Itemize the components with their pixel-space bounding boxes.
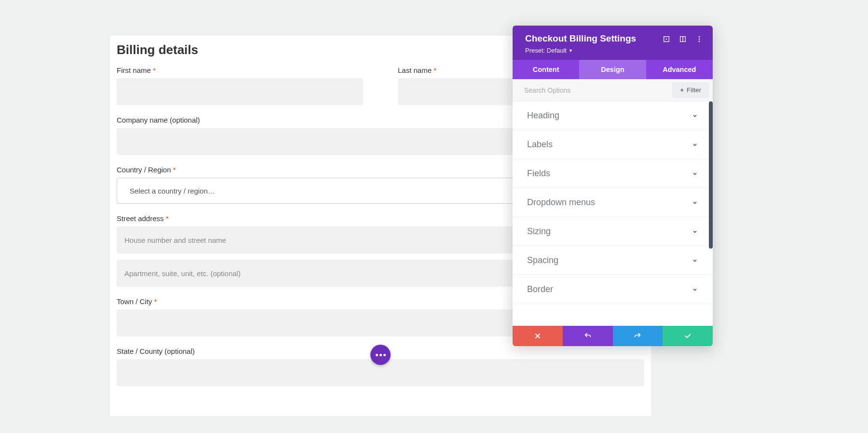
street-label-text: Street address xyxy=(117,214,164,223)
expand-icon[interactable] xyxy=(663,35,670,43)
svg-point-5 xyxy=(699,39,700,40)
svg-point-4 xyxy=(699,36,700,38)
panel-header: Checkout Billing Settings Preset: Defaul… xyxy=(513,26,713,60)
preset-dropdown[interactable]: Preset: Default ▼ xyxy=(525,47,636,54)
panel-title: Checkout Billing Settings xyxy=(525,33,636,44)
panel-tabs: Content Design Advanced xyxy=(513,60,713,79)
save-button[interactable] xyxy=(663,326,713,346)
accordion-label: Heading xyxy=(527,111,559,121)
required-marker: * xyxy=(166,214,169,223)
filter-button[interactable]: + Filter xyxy=(672,82,709,98)
chevron-down-icon xyxy=(692,257,698,264)
caret-down-icon: ▼ xyxy=(569,48,573,53)
chevron-down-icon xyxy=(692,141,698,148)
required-marker: * xyxy=(434,66,436,74)
accordion-label: Fields xyxy=(527,168,550,179)
panel-body: Heading Labels Fields Dropdown menus Siz… xyxy=(513,101,713,326)
chevron-down-icon xyxy=(692,199,698,206)
accordion-label: Border xyxy=(527,284,553,294)
city-label-text: Town / City xyxy=(117,297,152,306)
settings-panel: Checkout Billing Settings Preset: Defaul… xyxy=(513,26,713,346)
panel-header-icons xyxy=(663,35,703,43)
more-icon[interactable] xyxy=(695,35,703,43)
panel-title-block: Checkout Billing Settings Preset: Defaul… xyxy=(525,33,636,54)
required-marker: * xyxy=(153,66,156,74)
accordion-label: Labels xyxy=(527,140,553,150)
first-name-label: First name * xyxy=(117,66,363,74)
chevron-down-icon xyxy=(692,112,698,119)
first-name-field: First name * xyxy=(117,66,363,105)
panel-search-row: + Filter xyxy=(513,79,713,101)
chevron-down-icon xyxy=(692,170,698,177)
tab-design[interactable]: Design xyxy=(579,60,646,79)
responsive-icon[interactable] xyxy=(679,35,687,43)
country-label-text: Country / Region xyxy=(117,166,171,174)
panel-footer xyxy=(513,326,713,346)
country-select-placeholder: Select a country / region… xyxy=(130,187,215,195)
accordion-heading[interactable]: Heading xyxy=(513,101,713,130)
chevron-down-icon xyxy=(692,286,698,293)
required-marker: * xyxy=(173,166,176,174)
chevron-down-icon xyxy=(692,228,698,235)
accordion-sizing[interactable]: Sizing xyxy=(513,217,713,246)
search-options-input[interactable] xyxy=(513,81,672,100)
cancel-button[interactable] xyxy=(513,326,563,346)
first-name-label-text: First name xyxy=(117,66,151,74)
more-actions-fab[interactable] xyxy=(370,345,391,365)
accordion-label: Spacing xyxy=(527,255,558,265)
plus-icon: + xyxy=(680,86,684,94)
required-marker: * xyxy=(154,297,157,306)
accordion-dropdown-menus[interactable]: Dropdown menus xyxy=(513,188,713,217)
dot-icon xyxy=(376,354,378,356)
last-name-label-text: Last name xyxy=(398,66,432,74)
accordion-spacing[interactable]: Spacing xyxy=(513,246,713,275)
first-name-input[interactable] xyxy=(117,78,363,105)
undo-button[interactable] xyxy=(563,326,613,346)
tab-advanced[interactable]: Advanced xyxy=(646,60,713,79)
redo-button[interactable] xyxy=(613,326,663,346)
tab-content[interactable]: Content xyxy=(513,60,579,79)
svg-point-6 xyxy=(699,41,700,42)
preset-label: Preset: Default xyxy=(525,47,567,54)
dot-icon xyxy=(380,354,382,356)
accordion-label: Sizing xyxy=(527,226,551,237)
dot-icon xyxy=(383,354,386,356)
scrollbar-thumb[interactable] xyxy=(709,101,713,249)
accordion-border[interactable]: Border xyxy=(513,275,713,304)
svg-point-1 xyxy=(666,39,667,40)
accordion-fields[interactable]: Fields xyxy=(513,159,713,188)
accordion-label: Dropdown menus xyxy=(527,197,595,208)
filter-label: Filter xyxy=(687,86,701,94)
accordion-labels[interactable]: Labels xyxy=(513,130,713,159)
